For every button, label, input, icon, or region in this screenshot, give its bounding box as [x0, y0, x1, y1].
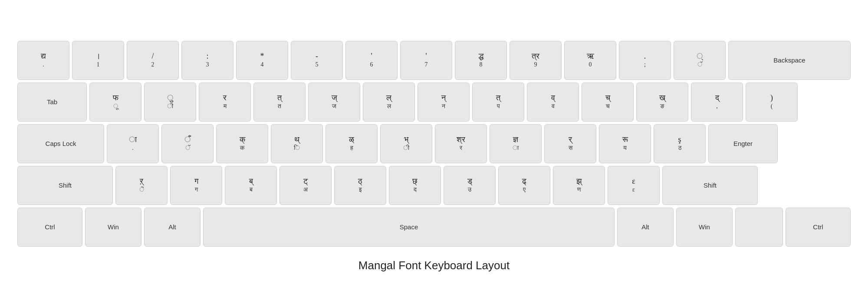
key-q-top: फ — [113, 93, 118, 103]
key-k-bottom: ा — [513, 145, 519, 152]
key-h-top: भ् — [404, 135, 408, 145]
key-d[interactable]: क्क — [216, 124, 268, 163]
key-1[interactable]: ।1 — [72, 41, 124, 80]
key-2[interactable]: /2 — [127, 41, 179, 80]
key-u-top: न् — [441, 93, 446, 103]
key-enter[interactable]: Engter — [708, 124, 778, 163]
key-s[interactable]: ँॅ — [161, 124, 214, 163]
key-rbracket-top: द् — [715, 93, 719, 103]
key-tab[interactable]: Tab — [17, 83, 87, 122]
key-u[interactable]: न्न — [418, 83, 470, 122]
key-a-top: ा — [129, 135, 137, 145]
key-9-top: त्र — [532, 52, 539, 61]
key-r[interactable]: त्त — [253, 83, 306, 122]
key-quote[interactable]: şठ — [654, 124, 706, 163]
key-p-bottom: च — [606, 103, 610, 110]
key-z-top: ऱ् — [140, 177, 143, 186]
key-semicolon-bottom: य — [623, 145, 627, 152]
key-k[interactable]: ज्ञा — [490, 124, 542, 163]
key-win-l[interactable]: Win — [85, 208, 141, 247]
key-8[interactable]: द्ध8 — [455, 41, 507, 80]
key-9[interactable]: त्र9 — [510, 41, 562, 80]
key-h-bottom: ी — [403, 145, 409, 152]
key-v[interactable]: ट्अ — [279, 166, 332, 205]
key-semicolon[interactable]: रूय — [599, 124, 651, 163]
key-o[interactable]: व्व — [527, 83, 579, 122]
key-a-bottom: . — [132, 145, 134, 152]
key-period-top: झ् — [576, 177, 582, 186]
key-t-top: ज् — [332, 93, 337, 103]
key-x[interactable]: गग — [170, 166, 222, 205]
key-t[interactable]: ज्ज — [308, 83, 360, 122]
key-quote-bottom: ठ — [678, 145, 681, 152]
key-f[interactable]: थ्ि — [271, 124, 323, 163]
key-z-bottom: ॆ — [139, 186, 144, 194]
key-p[interactable]: च्च — [582, 83, 634, 122]
key-6-bottom: 6 — [370, 61, 373, 69]
key-6[interactable]: '6 — [345, 41, 398, 80]
key-j-top: श्र — [457, 135, 465, 145]
key-backtick[interactable]: द्य. — [17, 41, 69, 80]
key-lbracket[interactable]: ख्ङ — [636, 83, 688, 122]
key-backtick-top: द्य — [41, 52, 46, 61]
key-9-bottom: 9 — [534, 61, 537, 69]
key-space[interactable]: Space — [203, 208, 615, 247]
key-k-top: ज्ञ — [513, 135, 518, 145]
key-equals[interactable]: ्ॅ — [674, 41, 726, 80]
key-win-r[interactable]: Win — [676, 208, 733, 247]
key-e-bottom: म — [224, 103, 227, 110]
key-3[interactable]: :3 — [181, 41, 233, 80]
key-alt-r[interactable]: Alt — [617, 208, 674, 247]
key-l[interactable]: र्स — [544, 124, 596, 163]
key-y-top: ल् — [386, 93, 391, 103]
key-o-top: व् — [551, 93, 555, 103]
key-slash[interactable]: εε — [608, 166, 660, 205]
key-m-top: ड् — [467, 177, 472, 186]
key-4-bottom: 4 — [261, 61, 264, 69]
key-comma[interactable]: ढ्ए — [498, 166, 550, 205]
key-4[interactable]: *4 — [236, 41, 288, 80]
key-v-bottom: अ — [303, 186, 308, 194]
key-e[interactable]: रम — [199, 83, 251, 122]
key-rbracket-bottom: , — [716, 103, 718, 110]
key-n[interactable]: छ्द — [389, 166, 441, 205]
key-minus-bottom: ; — [644, 61, 646, 69]
key-m-bottom: उ — [468, 186, 471, 194]
key-backslash[interactable]: )( — [746, 83, 798, 122]
key-rbracket[interactable]: द्, — [691, 83, 743, 122]
key-ctrl-l-bottom: Ctrl — [45, 223, 55, 231]
key-alt-l[interactable]: Alt — [144, 208, 201, 247]
key-n-top: छ् — [412, 177, 418, 186]
key-capslock[interactable]: Caps Lock — [17, 124, 104, 163]
key-f-top: थ् — [294, 135, 299, 145]
key-alt-l-bottom: Alt — [168, 223, 176, 231]
key-ctrl-r[interactable]: Ctrl — [786, 208, 851, 247]
key-shift-l[interactable]: Shift — [17, 166, 113, 205]
key-a[interactable]: ा. — [107, 124, 159, 163]
key-0[interactable]: ऋ0 — [564, 41, 616, 80]
key-c[interactable]: ब्ब — [225, 166, 277, 205]
key-minus[interactable]: .; — [619, 41, 671, 80]
key-g[interactable]: ळ्ह — [326, 124, 378, 163]
key-z[interactable]: ऱ्ॆ — [115, 166, 168, 205]
key-j-bottom: र — [460, 145, 462, 152]
key-j[interactable]: श्रर — [435, 124, 487, 163]
key-7[interactable]: '7 — [400, 41, 452, 80]
key-w[interactable]: ुॊ — [144, 83, 196, 122]
key-ctrl-l[interactable]: Ctrl — [17, 208, 82, 247]
key-fn[interactable] — [735, 208, 783, 247]
key-q[interactable]: फू — [89, 83, 141, 122]
key-5[interactable]: -5 — [291, 41, 343, 80]
key-period[interactable]: झ्ण — [553, 166, 605, 205]
key-i[interactable]: त्प — [472, 83, 524, 122]
key-m[interactable]: ड्उ — [444, 166, 496, 205]
keyboard-row-1: Tabफूुॊरमत्तज्जल्लन्नत्पव्वच्चख्ङद्,)( — [17, 83, 851, 122]
key-shift-r[interactable]: Shift — [662, 166, 758, 205]
key-backspace[interactable]: Backspace — [728, 41, 851, 80]
key-b[interactable]: ठ्इ — [334, 166, 386, 205]
key-y[interactable]: ल्ल — [363, 83, 415, 122]
key-g-top: ळ् — [349, 135, 354, 145]
key-minus-top: . — [644, 52, 646, 61]
key-c-bottom: ब — [250, 186, 253, 194]
key-h[interactable]: भ्ी — [380, 124, 432, 163]
